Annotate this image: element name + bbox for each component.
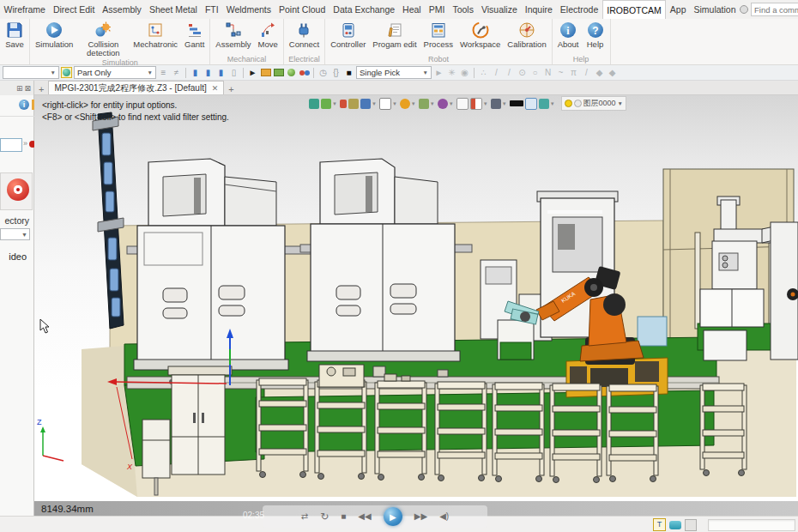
viewport[interactable]: <right-click> for entity input options. …	[34, 95, 798, 516]
menu-tab-wireframe[interactable]: Wireframe	[0, 0, 49, 19]
mechatronic-button[interactable]: Mechatronic	[130, 19, 181, 49]
menu-tab-sheet-metal[interactable]: Sheet Metal	[145, 0, 201, 19]
collision-detection-button[interactable]: Collision detection	[76, 19, 130, 57]
filter-circle-icon[interactable]: ⊙	[517, 67, 528, 78]
filter-vertex-icon[interactable]: ▯	[228, 67, 239, 78]
menu-tab-heal[interactable]: Heal	[399, 0, 426, 19]
frame-icon[interactable]	[525, 98, 537, 110]
document-tab[interactable]: MPGI-2301完成2程序修改.Z3 - [Default] ✕	[48, 81, 224, 94]
filter-solid-icon[interactable]: ▮	[190, 67, 201, 78]
help-button[interactable]: ? Help	[583, 19, 608, 49]
exit-env-icon[interactable]	[309, 99, 319, 109]
stop-icon[interactable]: ■	[341, 512, 346, 521]
record-button[interactable]	[7, 178, 29, 201]
pan-hand-icon[interactable]	[539, 99, 549, 109]
history-combo[interactable]: ▼	[3, 66, 59, 79]
simulation-button[interactable]: Simulation	[32, 19, 76, 49]
filter-spline-icon[interactable]: ~	[555, 67, 566, 78]
window-split-icon[interactable]	[470, 98, 482, 110]
workspace-button[interactable]: Workspace	[456, 19, 504, 49]
panel-close-icon[interactable]: ⊠	[24, 84, 31, 93]
viewport-layout-icon[interactable]	[456, 98, 469, 110]
section-view-toggle[interactable]	[61, 67, 72, 78]
layer-selector[interactable]: 图层0000 ▼	[561, 96, 626, 111]
shuffle-icon[interactable]: ⇄	[301, 512, 308, 521]
filter-arc-icon[interactable]: ○	[529, 67, 541, 78]
filter-hand2-icon[interactable]: ◆	[607, 67, 618, 78]
filter-face-icon[interactable]: ▮	[203, 67, 214, 78]
folder-open-icon[interactable]	[260, 67, 271, 78]
align-icon-2[interactable]: ≠	[171, 67, 182, 78]
window-status-icon[interactable]	[685, 519, 697, 531]
filter-pi-icon[interactable]: π	[568, 67, 579, 78]
menu-tab-simulation[interactable]: Simulation	[690, 0, 740, 19]
menu-tab-irobotcam[interactable]: IROBOTCAM	[602, 0, 667, 19]
recorder-path-input[interactable]	[0, 138, 22, 152]
view-cube-icon[interactable]	[379, 98, 391, 110]
display-stack-icon[interactable]	[360, 99, 371, 109]
background-icon[interactable]	[419, 99, 429, 109]
display-status-icon[interactable]	[669, 521, 681, 529]
rewind-icon[interactable]: ◀◀	[358, 512, 371, 521]
menu-tab-electrode[interactable]: Electrode	[556, 0, 602, 19]
entity-pair-icon[interactable]	[299, 67, 310, 78]
pick-flood-icon[interactable]: ◉	[459, 67, 470, 78]
filter-curve-icon[interactable]: N	[542, 67, 553, 78]
pick-cursor-icon[interactable]: ►	[433, 67, 444, 78]
align-icon-1[interactable]: ≡	[158, 67, 169, 78]
stop-record-icon[interactable]: ■	[343, 67, 354, 78]
section-icon[interactable]	[348, 99, 359, 109]
layer-visible-icon[interactable]	[565, 100, 572, 107]
pick-chain-icon[interactable]: ✳	[446, 67, 457, 78]
history-clock-icon[interactable]: ◷	[317, 67, 329, 78]
menu-tab-assembly[interactable]: Assembly	[99, 0, 146, 19]
menu-tab-tools[interactable]: Tools	[449, 0, 478, 19]
connect-button[interactable]: Connect	[286, 19, 323, 49]
repeat-icon[interactable]: ↻	[320, 511, 329, 522]
pick-mode-combo[interactable]: Single Pick▼	[356, 66, 432, 79]
menu-tab-fti[interactable]: FTI	[201, 0, 222, 19]
filter-seg-icon[interactable]: /	[581, 67, 592, 78]
menu-tab-inquire[interactable]: Inquire	[521, 0, 556, 19]
chevron-expand-icon[interactable]: »	[23, 139, 27, 148]
menu-tab-direct-edit[interactable]: Direct Edit	[49, 0, 98, 19]
panel-dock-icon[interactable]: ⊞	[16, 84, 23, 93]
close-tab-icon[interactable]: ✕	[212, 84, 219, 93]
menu-tab-data-exchange[interactable]: Data Exchange	[329, 0, 399, 19]
render-wheel-icon[interactable]	[400, 99, 410, 109]
filter-edge-icon[interactable]: ▮	[215, 67, 227, 78]
target-icon[interactable]	[438, 99, 448, 109]
process-button[interactable]: Process	[420, 19, 456, 49]
filter-line2-icon[interactable]: /	[504, 67, 515, 78]
directory-combo[interactable]: ▼	[0, 228, 30, 240]
move-button[interactable]: Move	[255, 19, 281, 49]
paint-icon[interactable]	[340, 100, 347, 108]
controller-button[interactable]: Controller	[327, 19, 369, 49]
filter-scope-combo[interactable]: Part Only▼	[74, 66, 156, 79]
save-button[interactable]: Save	[2, 19, 27, 49]
command-search-input[interactable]	[751, 3, 798, 16]
calibration-button[interactable]: Calibration	[504, 19, 549, 49]
about-button[interactable]: i About	[554, 19, 583, 49]
filter-line-icon[interactable]: /	[491, 67, 502, 78]
brackets-icon[interactable]: {}	[330, 67, 342, 78]
view-manager-icon[interactable]	[321, 99, 331, 109]
menu-tab-visualize[interactable]: Visualize	[477, 0, 521, 19]
folder-add-icon[interactable]	[273, 67, 284, 78]
menu-tab-weldments[interactable]: Weldments	[222, 0, 275, 19]
assembly-button[interactable]: Assembly	[212, 19, 254, 49]
menu-tab-pmi[interactable]: PMI	[425, 0, 449, 19]
fast-forward-icon[interactable]: ▶▶	[414, 512, 427, 521]
pick-arrow-icon[interactable]: ►	[247, 67, 258, 78]
new-tab-button[interactable]: +	[224, 84, 238, 94]
entity-ball-icon[interactable]	[286, 67, 297, 78]
doc-pin-icon[interactable]: +	[34, 84, 48, 94]
filter-all-icon[interactable]: ∴	[478, 67, 489, 78]
shaded-mode-icon[interactable]	[491, 99, 501, 109]
viewport-scene[interactable]: KUKA	[34, 95, 798, 501]
play-button[interactable]: ▶	[384, 507, 402, 526]
volume-icon[interactable]: ◀)	[439, 512, 449, 521]
gantt-button[interactable]: Gantt	[181, 19, 208, 49]
text-status-icon[interactable]: T	[653, 518, 666, 531]
program-edit-button[interactable]: Progam edit	[369, 19, 420, 49]
